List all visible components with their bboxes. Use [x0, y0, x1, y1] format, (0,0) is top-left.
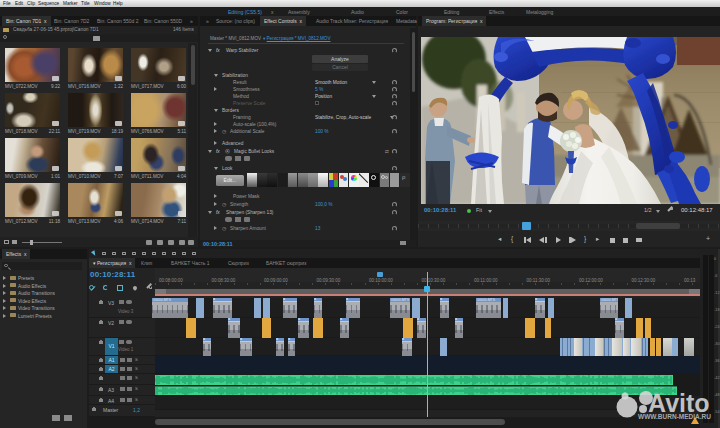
svg-text:WWW.BURN-MEDIA.RU: WWW.BURN-MEDIA.RU	[638, 413, 711, 420]
